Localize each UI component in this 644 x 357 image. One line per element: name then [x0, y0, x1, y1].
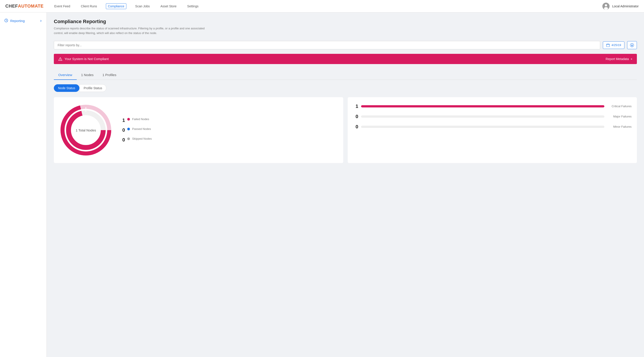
tab-nodes[interactable]: 1 Nodes	[77, 70, 98, 80]
svg-point-6	[60, 60, 60, 60]
critical-label: Critical Failures	[607, 104, 632, 108]
legend-passed-nodes: 0 Passed Nodes	[120, 127, 152, 133]
legend-skipped-nodes: 0 Skipped Nodes	[120, 137, 152, 143]
tabs: Overview 1 Nodes 1 Profiles	[54, 70, 637, 80]
main-content: Compliance Reporting Compliance reports …	[47, 12, 644, 357]
legend-failed-nodes: 1 Failed Nodes	[120, 118, 152, 123]
top-nav: CHEFAUTOMATE Event Feed Client Runs Comp…	[0, 0, 644, 12]
logo-chef: CHEF	[5, 4, 18, 9]
major-count: 0	[356, 114, 358, 119]
reporting-icon	[4, 19, 8, 23]
report-metadata-button[interactable]: Report Metadata +	[606, 57, 632, 61]
sidebar-arrow-icon	[40, 19, 42, 23]
nav-scan-jobs[interactable]: Scan Jobs	[134, 4, 152, 9]
tab-overview[interactable]: Overview	[54, 70, 77, 80]
sidebar: Reporting	[0, 12, 47, 357]
banner-message: Your System is Not Compliant	[64, 57, 109, 61]
compliance-banner: Your System is Not Compliant Report Meta…	[54, 54, 637, 64]
calendar-icon	[606, 43, 610, 47]
svg-point-2	[604, 7, 608, 10]
donut-legend: 1 Failed Nodes 0 Passed Nodes	[120, 118, 152, 143]
critical-bar-fill	[361, 105, 605, 108]
minor-count: 0	[356, 124, 358, 130]
passed-dot	[127, 128, 130, 130]
nav-compliance[interactable]: Compliance	[106, 3, 126, 9]
report-metadata-label: Report Metadata	[606, 57, 629, 61]
filter-bar: 4/25/19	[54, 41, 637, 50]
toggle-profile-status[interactable]: Profile Status	[80, 84, 106, 92]
bar-chart-card: 1 Critical Failures 0 Major Failures	[348, 97, 637, 163]
toggle-group: Node Status Profile Status	[54, 84, 637, 92]
passed-count: 0	[120, 127, 125, 133]
sidebar-reporting-label: Reporting	[10, 19, 25, 23]
failed-label: Failed Nodes	[132, 118, 149, 121]
tab-profiles[interactable]: 1 Profiles	[98, 70, 121, 80]
nav-client-runs[interactable]: Client Runs	[79, 4, 99, 9]
critical-bar-track	[361, 105, 605, 108]
download-button[interactable]	[627, 41, 637, 49]
bar-major: 0 Major Failures	[353, 114, 632, 120]
download-icon	[630, 43, 634, 47]
skipped-dot	[127, 138, 130, 140]
sidebar-item-reporting[interactable]: Reporting	[0, 16, 46, 26]
user-name: Local Administrator	[612, 4, 639, 8]
date-label: 4/25/19	[612, 43, 621, 47]
minor-label: Minor Failures	[607, 125, 632, 128]
logo-automate: AUTOMATE	[18, 4, 44, 9]
failed-count: 1	[120, 118, 125, 123]
major-bar-track	[361, 116, 605, 118]
toggle-node-status[interactable]: Node Status	[54, 84, 80, 92]
donut-center-label: 1 Total Nodes	[76, 128, 96, 132]
svg-rect-4	[606, 44, 610, 47]
charts-row: 1 Total Nodes 1 Failed Nodes 0	[54, 97, 637, 163]
nav-right: Local Administrator	[602, 3, 639, 10]
minor-bar-track	[361, 126, 605, 128]
donut-chart: 1 Total Nodes	[59, 104, 112, 157]
date-picker-button[interactable]: 4/25/19	[603, 41, 624, 49]
page-title: Compliance Reporting	[54, 19, 637, 24]
skipped-label: Skipped Nodes	[132, 137, 152, 140]
warning-icon	[58, 57, 62, 61]
donut-chart-card: 1 Total Nodes 1 Failed Nodes 0	[54, 97, 343, 163]
failed-dot	[127, 118, 130, 120]
user-avatar	[602, 3, 610, 10]
banner-left: Your System is Not Compliant	[58, 57, 109, 61]
svg-point-1	[605, 4, 607, 6]
report-metadata-plus: +	[631, 57, 632, 61]
logo: CHEFAUTOMATE	[5, 4, 44, 9]
nav-asset-store[interactable]: Asset Store	[158, 4, 178, 9]
nav-event-feed[interactable]: Event Feed	[52, 4, 72, 9]
nav-settings[interactable]: Settings	[186, 4, 200, 9]
passed-label: Passed Nodes	[132, 127, 151, 130]
bar-critical: 1 Critical Failures	[353, 104, 632, 109]
nav-links: Event Feed Client Runs Compliance Scan J…	[52, 3, 602, 9]
major-label: Major Failures	[607, 115, 632, 118]
filter-input[interactable]	[54, 41, 600, 50]
app-layout: Reporting Compliance Reporting Complianc…	[0, 12, 644, 357]
skipped-count: 0	[120, 137, 125, 143]
bar-minor: 0 Minor Failures	[353, 124, 632, 130]
critical-count: 1	[356, 104, 358, 109]
page-desc: Compliance reports describe the status o…	[54, 26, 210, 36]
